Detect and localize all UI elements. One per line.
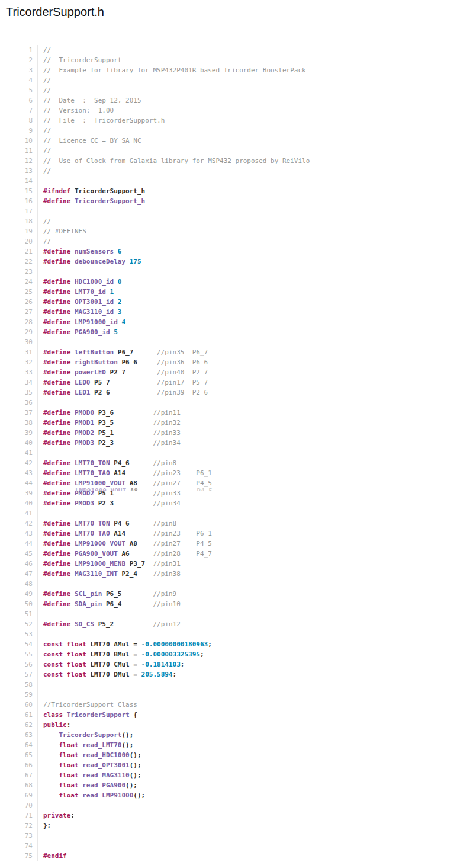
code-token [70, 288, 75, 296]
code-token: #define [43, 348, 70, 356]
code-token: powerLED [75, 369, 106, 376]
code-token: }; [43, 822, 51, 829]
code-line: 34#define LED0 P5_7 //pin17 P5_7 [0, 377, 457, 387]
code-token: leftButton [75, 348, 114, 356]
line-number: 30 [0, 337, 33, 347]
line-number: 29 [0, 327, 33, 337]
code-token: public [43, 721, 67, 729]
code-text: #ifndef TricorderSupport_h [37, 186, 145, 196]
line-number: 23 [0, 267, 33, 277]
code-token: LMP91000_id [75, 318, 118, 326]
code-token: #define [43, 288, 70, 296]
line-number: 38 [0, 418, 33, 428]
line-number: 22 [0, 257, 33, 267]
code-token: ; [181, 661, 185, 668]
code-token: P5_2 [94, 620, 153, 628]
code-token [70, 298, 75, 306]
code-line: 30 [0, 337, 457, 347]
code-text: }; [37, 821, 51, 831]
code-token: // Use of Clock from Galaxia library for… [43, 157, 310, 165]
code-token [70, 550, 75, 558]
code-token: 1 [110, 288, 114, 296]
code-token: A6 [118, 550, 153, 558]
code-token: //pin36 P6_6 [157, 358, 208, 366]
code-token: #define [43, 540, 70, 547]
code-text [37, 508, 43, 518]
code-text [37, 629, 43, 639]
code-token: #define [43, 560, 70, 568]
code-line: 50#define SDA_pin P6_4 //pin10 [0, 599, 457, 609]
line-number: 43 [0, 468, 33, 478]
code-token: MAG3110_id [75, 308, 114, 316]
code-token [43, 781, 59, 789]
code-token: // [43, 76, 51, 84]
code-line: 33#define powerLED P2_7 //pin40 P2_7 [0, 367, 457, 377]
code-line: 53 [0, 629, 457, 639]
code-token [70, 590, 75, 598]
code-line: 43#define LMT70_TAO A14 //pin23 P6_1 [0, 529, 457, 539]
code-token: LMP91000_VOUT [75, 479, 125, 487]
code-text: #define powerLED P2_7 //pin40 P2_7 [37, 367, 208, 377]
code-line: 16#define TricorderSupport_h [0, 196, 457, 206]
code-token: P5_1 [94, 429, 153, 437]
code-token: LMT70_TAO [75, 469, 110, 477]
code-line: 24#define HDC1000_id 0 [0, 277, 457, 287]
code-token: 3 [118, 308, 122, 316]
code-line: 58 [0, 680, 457, 690]
code-token [43, 751, 59, 759]
line-number: 9 [0, 126, 33, 136]
code-token: P4_6 [110, 520, 153, 527]
code-token: LMT70_TON [75, 520, 110, 527]
line-number: 49 [0, 589, 33, 599]
code-token: ; [208, 640, 212, 648]
code-token: //pin35 P6_7 [157, 348, 208, 356]
code-text: const float LMT70_AMul = -0.000000001809… [37, 639, 212, 649]
line-number: 46 [0, 559, 33, 569]
code-token: ; [173, 671, 177, 678]
code-token: //pin31 [153, 560, 180, 568]
code-line: 46#define LMP91000_MENB P3_7 //pin31 [0, 559, 457, 569]
code-token: #define [43, 278, 70, 286]
code-token [70, 540, 75, 547]
code-text: #define PMOD3 P2_3 //pin34 [37, 498, 181, 508]
line-number: 11 [0, 146, 33, 156]
code-token: 0 [118, 278, 122, 286]
code-line: 15#ifndef TricorderSupport_h [0, 186, 457, 196]
code-line: 71private: [0, 811, 457, 821]
line-number: 19 [0, 226, 33, 236]
code-token: 2 [118, 298, 122, 306]
line-number: 34 [0, 377, 33, 387]
code-token: debounceDelay [75, 258, 125, 265]
code-token: #define [43, 328, 70, 336]
code-line: 8// File : TricorderSupport.h [0, 116, 457, 126]
code-token [70, 429, 75, 437]
code-token [43, 731, 59, 739]
page-title: TricorderSupport.h [6, 5, 457, 19]
code-text [37, 831, 43, 841]
code-token: A14 [110, 469, 153, 477]
code-token: // Version: 1.00 [43, 107, 114, 114]
line-number: 74 [0, 841, 33, 851]
code-text: //TricorderSupport Class [37, 700, 137, 710]
line-number: 26 [0, 297, 33, 307]
code-token: LMT70_id [75, 288, 106, 296]
line-number: 68 [0, 780, 33, 790]
code-token: const float [43, 661, 86, 668]
code-token: #define [43, 489, 70, 497]
code-text: #define PMOD3 P2_3 //pin34 [37, 438, 181, 448]
code-line: 52#define SD_CS P5_2 //pin12 [0, 619, 457, 629]
code-token: read_HDC1000 [82, 751, 129, 759]
code-line: 23 [0, 267, 457, 277]
code-token: P6_6 [118, 358, 157, 366]
code-line: 45#define PGA900_VOUT A6 //pin28 P4_7 [0, 549, 457, 559]
code-text: const float LMT70_DMul = 205.5894; [37, 670, 176, 680]
code-text [37, 680, 43, 690]
code-token: private [43, 812, 70, 819]
code-token: P6_4 [102, 600, 153, 608]
code-token: #define [43, 308, 70, 316]
line-number: 60 [0, 700, 33, 710]
code-token: #define [43, 459, 70, 467]
code-token: //pin23 P6_1 [153, 530, 211, 537]
code-token: //pin9 [153, 590, 176, 598]
line-number: 66 [0, 760, 33, 770]
